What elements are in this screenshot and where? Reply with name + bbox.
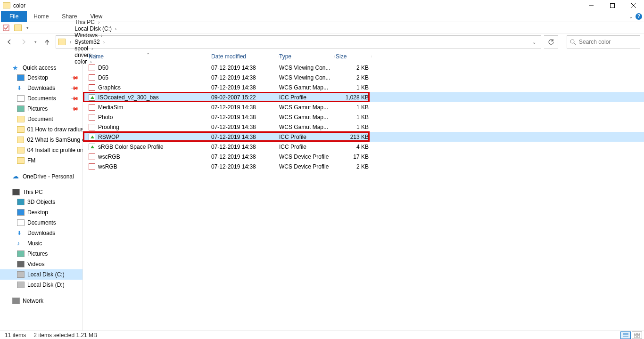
- svg-line-6: [574, 43, 576, 45]
- wcs-profile-icon: [89, 74, 95, 81]
- file-row[interactable]: sRGB Color Space Profile07-12-2019 14:38…: [83, 142, 644, 152]
- breadcrumb-segment[interactable]: Windows›: [74, 32, 119, 39]
- file-row[interactable]: Proofing07-12-2019 14:38WCS Gamut Map...…: [83, 122, 644, 132]
- breadcrumb-segment[interactable]: Local Disk (C:)›: [74, 25, 119, 32]
- folder-icon: [17, 116, 25, 122]
- file-row[interactable]: Photo07-12-2019 14:38WCS Gamut Map...1 K…: [83, 112, 644, 122]
- tab-file[interactable]: File: [1, 11, 27, 22]
- file-row[interactable]: Graphics07-12-2019 14:38WCS Gamut Map...…: [83, 82, 644, 92]
- sidebar-item[interactable]: 02 What is SamSung c: [0, 135, 83, 145]
- sidebar-item-quick-access[interactable]: ★ Quick access: [0, 63, 83, 73]
- svg-rect-4: [3, 25, 9, 31]
- sidebar-item[interactable]: FM: [0, 155, 83, 166]
- sidebar-item[interactable]: Pictures: [0, 249, 83, 259]
- sidebar-item[interactable]: Local Disk (C:): [0, 269, 83, 280]
- sidebar-item-this-pc[interactable]: This PC: [0, 187, 83, 197]
- sidebar-item[interactable]: Documents: [0, 218, 83, 228]
- file-row[interactable]: wsRGB07-12-2019 14:38WCS Device Profile2…: [83, 161, 644, 171]
- properties-icon[interactable]: [3, 24, 9, 31]
- sidebar-item[interactable]: 04 Install icc profile on: [0, 145, 83, 155]
- star-icon: ★: [12, 65, 20, 71]
- forward-button[interactable]: [18, 36, 29, 48]
- window-title: color: [13, 2, 25, 9]
- svg-point-5: [570, 40, 574, 43]
- folder-icon: [17, 147, 25, 153]
- tab-home[interactable]: Home: [27, 11, 55, 22]
- file-row[interactable]: D6507-12-2019 14:38WCS Viewing Con...2 K…: [83, 73, 644, 82]
- chevron-right-icon[interactable]: ›: [99, 33, 105, 38]
- search-icon: [570, 39, 576, 45]
- sidebar-item[interactable]: Desktop📌: [0, 73, 83, 83]
- ribbon: File Home Share View ⌄ ?: [0, 11, 644, 22]
- navigation-pane: ★ Quick access Desktop📌⬇Downloads📌Docume…: [0, 50, 83, 331]
- sidebar-item[interactable]: ⬇Downloads: [0, 228, 83, 238]
- pc-icon: [12, 189, 20, 195]
- sidebar-item[interactable]: 3D Objects: [0, 197, 83, 207]
- view-details-button[interactable]: [620, 331, 631, 339]
- svg-rect-10: [634, 333, 636, 335]
- sidebar-item[interactable]: ⬇Downloads📌: [0, 83, 83, 93]
- sidebar-item[interactable]: Videos: [0, 259, 83, 269]
- breadcrumb-segment[interactable]: System32›: [74, 39, 119, 45]
- file-list: Name ⌃ Date modified Type Size D5007-12-…: [83, 50, 644, 331]
- pin-icon: 📌: [70, 83, 79, 92]
- chevron-right-icon[interactable]: ›: [67, 40, 74, 45]
- help-icon[interactable]: ?: [636, 13, 642, 20]
- sidebar-item[interactable]: Documents📌: [0, 93, 83, 104]
- up-button[interactable]: [41, 36, 53, 48]
- refresh-button[interactable]: [544, 35, 558, 48]
- chevron-right-icon[interactable]: ›: [113, 26, 119, 32]
- sidebar-item[interactable]: Pictures📌: [0, 104, 83, 114]
- file-row[interactable]: wscRGB07-12-2019 14:38WCS Device Profile…: [83, 152, 644, 161]
- folder-icon: [17, 282, 25, 288]
- chevron-right-icon[interactable]: ›: [101, 40, 107, 45]
- file-row[interactable]: MediaSim07-12-2019 14:38WCS Gamut Map...…: [83, 102, 644, 112]
- sidebar-item[interactable]: Document: [0, 114, 83, 124]
- file-row[interactable]: ISOcoated_v2_300_bas09-02-2007 15:22ICC …: [83, 92, 644, 102]
- status-item-count: 11 items: [5, 332, 26, 339]
- folder-icon: [17, 105, 25, 112]
- sidebar-item[interactable]: 01 How to draw radius: [0, 124, 83, 135]
- folder-icon: [17, 95, 25, 102]
- search-placeholder: Search color: [579, 39, 611, 45]
- sidebar-item-onedrive[interactable]: ☁ OneDrive - Personal: [0, 171, 83, 181]
- column-size[interactable]: Size: [335, 53, 372, 60]
- folder-icon: [17, 209, 25, 216]
- svg-rect-11: [637, 333, 640, 335]
- column-date[interactable]: Date modified: [211, 53, 279, 60]
- new-folder-icon[interactable]: [14, 24, 22, 31]
- folder-icon: [17, 157, 25, 164]
- pin-icon: 📌: [70, 104, 79, 113]
- column-name[interactable]: Name ⌃: [89, 53, 211, 60]
- address-bar[interactable]: › This PC›Local Disk (C:)›Windows›System…: [56, 35, 541, 48]
- chevron-down-icon[interactable]: ⌄: [629, 14, 633, 19]
- sidebar-item[interactable]: Local Disk (D:): [0, 280, 83, 290]
- wcs-profile-icon: [89, 163, 95, 170]
- sidebar-item-network[interactable]: Network: [0, 296, 83, 306]
- sidebar-item[interactable]: ♪Music: [0, 238, 83, 249]
- folder-icon: [3, 2, 10, 8]
- folder-icon: [17, 250, 25, 257]
- close-button[interactable]: [623, 0, 644, 11]
- view-large-button[interactable]: [632, 331, 642, 339]
- pin-icon: 📌: [70, 94, 79, 103]
- tab-view[interactable]: View: [83, 11, 109, 22]
- address-row: ▾ › This PC›Local Disk (C:)›Windows›Syst…: [0, 33, 644, 50]
- tab-share[interactable]: Share: [55, 11, 83, 22]
- minimize-button[interactable]: [580, 0, 602, 11]
- sidebar-item[interactable]: Desktop: [0, 207, 83, 218]
- network-icon: [12, 298, 20, 304]
- chevron-down-icon[interactable]: ▾: [26, 25, 29, 30]
- wcs-profile-icon: [89, 153, 95, 160]
- column-type[interactable]: Type: [279, 53, 335, 60]
- icc-profile-icon: [89, 94, 95, 101]
- search-input[interactable]: Search color: [567, 35, 640, 48]
- svg-rect-12: [634, 336, 636, 338]
- maximize-button[interactable]: [602, 0, 623, 11]
- back-button[interactable]: [4, 36, 15, 48]
- status-bar: 11 items 2 items selected 1.21 MB: [0, 331, 644, 339]
- file-row[interactable]: D5007-12-2019 14:38WCS Viewing Con...2 K…: [83, 63, 644, 73]
- file-row[interactable]: RSWOP07-12-2019 14:38ICC Profile213 KB: [83, 132, 644, 142]
- recent-dropdown[interactable]: ▾: [32, 36, 39, 48]
- chevron-down-icon[interactable]: ⌄: [529, 40, 539, 45]
